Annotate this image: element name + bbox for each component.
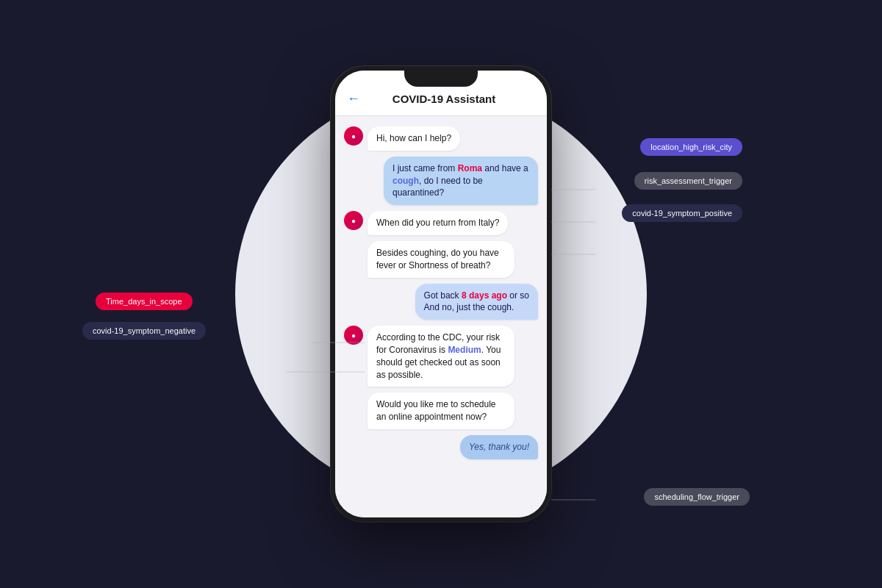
phone: ← COVID-19 Assistant ● Hi, how can I hel…: [331, 66, 551, 522]
bot-bubble-3: Besides coughing, do you have fever or S…: [368, 241, 514, 278]
highlight-medium: Medium: [448, 345, 481, 355]
back-button[interactable]: ←: [347, 91, 360, 107]
tag-scheduling-flow-trigger: scheduling_flow_trigger: [644, 488, 750, 506]
bot-bubble-1: Hi, how can I help?: [368, 126, 460, 151]
tag-location-high-risk-city: location_high_risk_city: [640, 138, 742, 156]
highlight-days: 8 days ago: [462, 290, 507, 301]
bot-avatar-2: ●: [344, 211, 363, 230]
bot-message-1: ● Hi, how can I help?: [344, 126, 538, 151]
tag-covid-symptom-positive: covid-19_symptom_positive: [622, 204, 742, 222]
bot-bubble-4: According to the CDC, your risk for Coro…: [368, 326, 514, 387]
tag-covid-symptom-negative: covid-19_symptom_negative: [82, 322, 206, 340]
bot-avatar-3: ●: [344, 326, 363, 345]
bot-avatar-1: ●: [344, 126, 363, 146]
bot-message-2: ● When did you return from Italy?: [344, 211, 538, 235]
notch: [404, 71, 478, 87]
tag-risk-assessment-trigger: risk_assessment_trigger: [634, 172, 742, 190]
highlight-cough: cough: [392, 176, 419, 186]
highlight-city: Roma: [458, 163, 482, 173]
phone-screen: ← COVID-19 Assistant ● Hi, how can I hel…: [335, 71, 547, 517]
user-bubble-3: Yes, thank you!: [460, 435, 538, 459]
tag-time-days-in-scope: Time_days_in_scope: [96, 293, 193, 310]
scene: ← COVID-19 Assistant ● Hi, how can I hel…: [37, 7, 845, 581]
bot-message-4: ● According to the CDC, your risk for Co…: [344, 326, 538, 387]
user-bubble-2: Got back 8 days ago or soAnd no, just th…: [415, 284, 538, 320]
chat-title: COVID-19 Assistant: [368, 93, 520, 105]
chat-body[interactable]: ● Hi, how can I help? I just came from R…: [335, 116, 547, 517]
bot-bubble-5: Would you like me to schedule an online …: [368, 392, 514, 429]
bot-bubble-2: When did you return from Italy?: [368, 211, 508, 235]
user-bubble-1: I just came from Roma and have a cough, …: [384, 157, 538, 205]
